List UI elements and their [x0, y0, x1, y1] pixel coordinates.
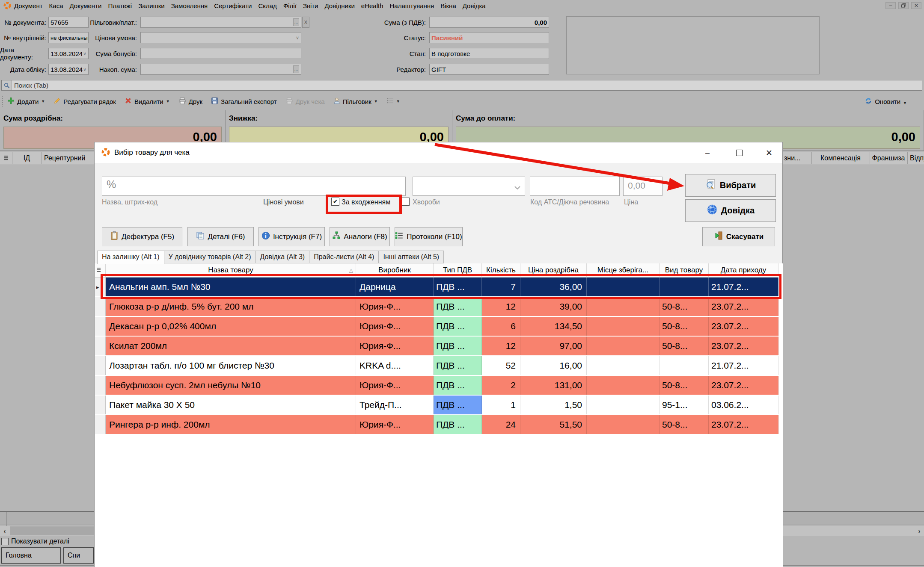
cell-date: 21.07.2... — [709, 356, 778, 375]
column-header[interactable]: Кількість — [482, 263, 520, 278]
menu-item-звіти[interactable]: Звіти — [303, 2, 318, 9]
restore-button[interactable] — [898, 2, 909, 9]
col-franchise[interactable]: Франшиза — [870, 151, 907, 165]
toolbar-grip[interactable] — [2, 96, 3, 107]
column-header[interactable] — [95, 263, 106, 278]
menu-item-філії[interactable]: Філії — [283, 2, 297, 9]
minimize-button[interactable]: – — [885, 2, 896, 9]
atc-code-input[interactable] — [530, 177, 620, 196]
dialog-tab-3[interactable]: Довідка (Alt 3) — [256, 251, 310, 263]
column-header[interactable]: Місце зберіга... — [587, 263, 660, 278]
product-row[interactable]: Глюкоза р-р д/инф. 5% бут. 200 млЮрия-Ф.… — [95, 297, 778, 316]
cancel-button[interactable]: Скасувати — [702, 227, 775, 246]
bonus-field[interactable] — [140, 48, 301, 59]
column-header[interactable]: Тип ПДВ — [434, 263, 482, 278]
product-row[interactable]: Декасан р-р 0,02% 400млЮрия-Ф...ПДВ ...6… — [95, 317, 778, 336]
cell-vat: ПДВ ... — [434, 396, 482, 414]
fbutton-5[interactable]: Дефектура (F5) — [102, 227, 182, 246]
col-compensation[interactable]: Компенсація — [811, 151, 870, 165]
column-header[interactable]: Дата приходу — [709, 263, 778, 278]
product-row[interactable]: ▸Анальгин амп. 5мл №30ДарницаПДВ ...736,… — [95, 278, 778, 296]
cell-price: 1,50 — [520, 396, 587, 414]
chevron-down-icon[interactable]: ∨ — [296, 35, 299, 41]
menu-item-ehealth[interactable]: eHealth — [361, 2, 383, 9]
disease-checkbox[interactable] — [401, 198, 410, 206]
price-input[interactable]: 0,00 — [623, 177, 663, 196]
ellipsis-button[interactable]: ... — [293, 65, 299, 73]
scroll-right-button[interactable]: › — [915, 526, 924, 536]
col-vidpu[interactable]: Відпу... — [910, 151, 924, 165]
scrollbar-thumb[interactable] — [10, 526, 94, 535]
fbutton-label: Інструкція (F7) — [273, 233, 322, 241]
toolbar-друк[interactable]: Друк — [178, 97, 202, 106]
menu-item-налаштування[interactable]: Налаштування — [390, 2, 434, 9]
column-header[interactable]: Вид товару — [660, 263, 709, 278]
menu-item-довідники[interactable]: Довідники — [325, 2, 355, 9]
col-recipe[interactable]: Рецептурний — [44, 151, 85, 165]
product-row[interactable]: Небуфлюзон сусп. 2мл небулы №10Юрия-Ф...… — [95, 376, 778, 395]
help-button[interactable]: Довідка — [685, 199, 776, 222]
menu-item-залишки[interactable]: Залишки — [138, 2, 165, 9]
clear-beneficiary-button[interactable]: X — [302, 17, 309, 28]
dialog-tab-1[interactable]: На залишку (Alt 1) — [97, 251, 164, 264]
fbutton-7[interactable]: Інструкція (F7) — [258, 227, 325, 246]
show-details-checkbox[interactable] — [1, 538, 9, 545]
dialog-maximize-button[interactable] — [733, 147, 745, 158]
dialog-tab-2[interactable]: У довіднику товарів (Alt 2) — [164, 251, 256, 263]
price-label: Ціна — [624, 198, 638, 206]
toolbar-пільговик[interactable]: Пільговик▼ — [333, 97, 378, 106]
grid-corner-icon[interactable] — [0, 151, 12, 165]
product-row[interactable]: Лозартан табл. п/о 100 мг блистер №30KRK… — [95, 356, 778, 375]
product-search-input[interactable]: % — [102, 177, 406, 196]
menu-item-документ[interactable]: Документ — [14, 2, 43, 9]
col-id[interactable]: ІД — [12, 151, 42, 165]
close-button[interactable]: ✕ — [911, 2, 921, 9]
product-row[interactable]: Ксилат 200млЮрия-Ф...ПДВ ...1297,0050-8.… — [95, 337, 778, 355]
search-bar[interactable]: Поиск (Tab) — [1, 80, 922, 91]
product-row[interactable]: Рингера р-р инф. 200млЮрия-Ф...ПДВ ...24… — [95, 415, 778, 434]
toolbar-list-options[interactable]: ▼ — [386, 97, 400, 105]
ellipsis-button[interactable]: ... — [293, 18, 299, 26]
column-header[interactable]: Виробник — [356, 263, 434, 278]
toolbar-друк-чека[interactable]: Друк чека — [285, 97, 325, 106]
toolbar-загальний-експорт[interactable]: Загальний експорт — [211, 97, 277, 106]
fbutton-8[interactable]: Аналоги (F8) — [330, 227, 390, 246]
tab-main[interactable]: Головна — [1, 547, 61, 564]
menu-item-сертифікати[interactable]: Сертифікати — [214, 2, 252, 9]
app-icon — [101, 148, 110, 158]
menu-item-документи[interactable]: Документи — [69, 2, 101, 9]
price-conditions-combo[interactable] — [413, 177, 525, 196]
dialog-close-button[interactable]: ✕ — [763, 147, 775, 158]
column-header[interactable]: Назва товару△ — [106, 263, 356, 278]
col-zni[interactable]: зни... — [784, 151, 800, 165]
row-marker — [95, 356, 106, 375]
menu-item-каса[interactable]: Каса — [49, 2, 63, 9]
row-marker — [95, 317, 106, 336]
cell-vat: ПДВ ... — [434, 376, 482, 395]
dialog-tab-5[interactable]: Інші аптеки (Alt 5) — [379, 251, 444, 263]
product-row[interactable]: Пакет майка 30 Х 50Трейд-П...ПДВ ...11,5… — [95, 396, 778, 414]
fbutton-10[interactable]: Протоколи (F10) — [395, 227, 463, 246]
price-cond-combo[interactable]: ∨ — [140, 32, 301, 43]
column-header[interactable]: Ціна роздрібна — [520, 263, 587, 278]
beneficiary-field[interactable]: ... — [140, 17, 301, 28]
tab-list[interactable]: Спи — [63, 547, 94, 564]
menu-item-вікна[interactable]: Вікна — [440, 2, 456, 9]
scroll-left-button[interactable]: ‹ — [0, 526, 9, 536]
dialog-minimize-button[interactable]: – — [701, 147, 713, 158]
fbutton-6[interactable]: Деталі (F6) — [187, 227, 254, 246]
menu-item-склад[interactable]: Склад — [258, 2, 276, 9]
cell-qty: 12 — [482, 297, 520, 316]
toolbar-видалити[interactable]: Видалити▼ — [125, 97, 170, 106]
accum-field[interactable]: ... — [140, 64, 301, 75]
select-button[interactable]: Вибрати — [685, 174, 776, 197]
refresh-button[interactable]: Оновити ▼ — [865, 97, 907, 106]
menu-item-платежі[interactable]: Платежі — [108, 2, 132, 9]
cell-date: 21.07.2... — [709, 278, 778, 296]
toolbar-редагувати-рядок[interactable]: Редагувати рядок — [53, 97, 116, 106]
menu-item-довідка[interactable]: Довідка — [463, 2, 486, 9]
doc-date-label: Дата документу: — [0, 48, 46, 59]
menu-item-замовлення[interactable]: Замовлення — [171, 2, 208, 9]
dialog-tab-4[interactable]: Прайс-листи (Alt 4) — [309, 251, 379, 263]
toolbar-додати[interactable]: Додати▼ — [7, 97, 45, 106]
